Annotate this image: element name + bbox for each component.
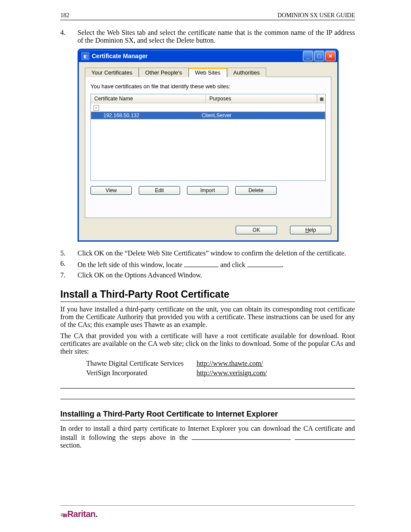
ca-name: VeriSign Incorporated: [86, 368, 196, 378]
list-header: Certificate Name Purposes ▦: [91, 94, 325, 103]
panel-description: You have certificates on file that ident…: [90, 83, 326, 90]
step-5: 5. Click OK on the “Delete Web Site Cert…: [60, 249, 355, 257]
step-text: Click OK on the Options Advanced Window.: [78, 271, 355, 279]
window-titlebar[interactable]: ◧ Certificate Manager _ □ ×: [79, 50, 337, 62]
divider: [60, 399, 355, 399]
step-text: Click OK on the “Delete Web Site Certifi…: [78, 249, 355, 257]
col-certificate-name[interactable]: Certificate Name: [91, 94, 206, 103]
window-title: Certificate Manager: [92, 53, 302, 59]
brand-logo: ≡≣Raritan.: [60, 509, 98, 519]
section-heading: Install a Third-Party Root Certificate: [60, 289, 355, 302]
view-button[interactable]: View: [90, 186, 132, 195]
tab-strip: Your Certificates Other People's Web Sit…: [85, 67, 331, 77]
collapse-icon[interactable]: −: [93, 105, 99, 111]
tab-web-sites[interactable]: Web Sites: [189, 68, 227, 77]
cert-name-cell: 192.168.50.132: [103, 112, 202, 118]
delete-button[interactable]: Delete: [235, 186, 277, 195]
blank-field: [192, 432, 291, 440]
minimize-button[interactable]: _: [303, 51, 313, 61]
step-7: 7. Click OK on the Options Advanced Wind…: [60, 271, 355, 279]
cert-manager-window: ◧ Certificate Manager _ □ × Your Certifi…: [78, 49, 339, 242]
subsection-heading: Installing a Third-Party Root Certificat…: [60, 410, 355, 420]
step-text: Select the Web Sites tab and select the …: [78, 29, 355, 44]
import-button[interactable]: Import: [187, 186, 228, 195]
step-number: 4.: [60, 29, 78, 44]
tab-other-peoples[interactable]: Other People's: [139, 68, 189, 77]
close-button[interactable]: ×: [325, 51, 336, 61]
blank-field: [184, 260, 218, 267]
tab-panel: You have certificates on file that ident…: [85, 77, 331, 218]
ca-name: Thawte Digital Certificate Services: [86, 359, 196, 368]
certificate-list[interactable]: Certificate Name Purposes ▦ − 192.168.50…: [90, 94, 326, 181]
step-text: On the left side of this window, locate …: [78, 260, 355, 269]
help-button[interactable]: Help: [290, 226, 331, 234]
logo-icon: ≡≣: [60, 511, 66, 518]
page-footer: ≡≣Raritan.: [60, 505, 355, 519]
app-icon: ◧: [81, 52, 89, 60]
column-picker-icon[interactable]: ▦: [317, 94, 325, 103]
blank-field: [247, 260, 282, 267]
step-6: 6. On the left side of this window, loca…: [60, 260, 355, 269]
step-number: 7.: [60, 271, 78, 279]
step-4: 4. Select the Web Sites tab and select t…: [60, 29, 355, 44]
maximize-button[interactable]: □: [314, 51, 324, 61]
body-paragraph: In order to install a third party certif…: [60, 425, 355, 449]
ok-button[interactable]: OK: [236, 226, 277, 234]
ca-link[interactable]: http://www.verisign.com/: [196, 369, 267, 376]
cert-purpose-cell: Client,Server: [202, 112, 322, 118]
tree-root[interactable]: −: [91, 103, 325, 112]
page-header: 182 DOMINION SX USER GUIDE: [60, 12, 355, 20]
guide-title: DOMINION SX USER GUIDE: [277, 12, 355, 19]
col-purposes[interactable]: Purposes: [206, 94, 317, 103]
body-paragraph: The CA that provided you with a certific…: [60, 332, 355, 355]
body-paragraph: If you have installed a third-party cert…: [60, 305, 355, 329]
ca-table: Thawte Digital Certificate Services http…: [86, 359, 280, 378]
ca-link[interactable]: http://www.thawte.com/: [196, 360, 263, 367]
divider: [60, 388, 355, 389]
blank-field: [295, 432, 355, 440]
tab-your-certificates[interactable]: Your Certificates: [85, 68, 139, 77]
step-number: 6.: [60, 260, 78, 269]
tab-authorities[interactable]: Authorities: [227, 68, 266, 77]
selected-certificate-row[interactable]: 192.168.50.132 Client,Server: [91, 112, 325, 119]
step-number: 5.: [60, 249, 78, 257]
page-number: 182: [60, 12, 69, 19]
edit-button[interactable]: Edit: [139, 186, 180, 195]
